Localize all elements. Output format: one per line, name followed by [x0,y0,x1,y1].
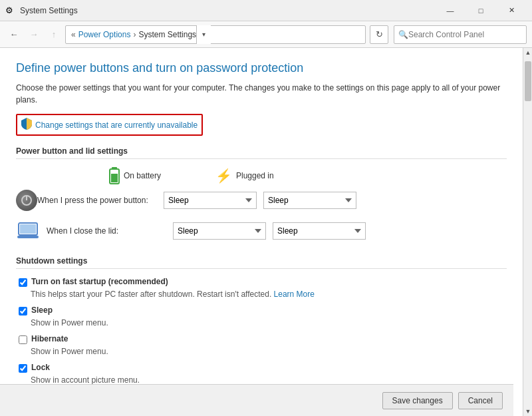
svg-rect-6 [20,224,36,234]
breadcrumb-root: « [71,30,76,39]
fast-startup-checkbox[interactable] [19,278,27,287]
power-button-label: When I press the power button: [37,196,164,205]
plug-icon: ⚡ [215,168,232,184]
power-button-row: When I press the power button: Sleep Do … [16,190,507,211]
power-button-icon [16,190,37,211]
fast-startup-row: Turn on fast startup (recommended) [16,277,507,287]
sleep-label: Sleep [31,306,53,315]
power-icon [21,194,33,206]
breadcrumb-power-options[interactable]: Power Options [78,30,131,39]
plugged-col-header: ⚡ Plugged in [215,168,322,184]
close-button[interactable]: ✕ [496,0,527,21]
sleep-checkbox-row: Sleep [16,306,507,315]
address-bar: ← → ↑ « Power Options › System Settings … [0,21,532,48]
lock-desc: Show in account picture menu. [16,375,507,385]
scroll-down-button[interactable]: ▼ [523,407,532,416]
lock-label: Lock [31,363,50,372]
title-bar: ⚙ System Settings — □ ✕ [0,0,532,21]
refresh-button[interactable]: ↻ [370,25,388,44]
hibernate-checkbox[interactable] [19,335,27,344]
battery-icon [109,167,120,184]
search-icon: 🔍 [398,30,408,39]
forward-button[interactable]: → [25,26,43,43]
sleep-desc: Show in Power menu. [16,318,507,327]
breadcrumb-separator: › [133,30,136,39]
main-layout: Define power buttons and turn on passwor… [0,48,532,416]
address-chevron-button[interactable]: ▾ [196,25,211,44]
hibernate-label: Hibernate [31,334,68,343]
up-button[interactable]: ↑ [45,26,63,43]
lid-battery-select[interactable]: Sleep Do nothing Hibernate Shut down Tur… [173,222,266,240]
battery-col-label: On battery [124,171,161,180]
lid-label: When I close the lid: [47,226,173,236]
learn-more-link[interactable]: Learn More [274,290,315,299]
power-table-header: On battery ⚡ Plugged in [16,167,507,184]
breadcrumb-current: System Settings [138,30,196,39]
svg-rect-7 [17,236,39,238]
change-settings-link[interactable]: Change settings that are currently unava… [16,114,203,136]
change-settings-text: Change settings that are currently unava… [35,120,198,130]
title-bar-controls: — □ ✕ [435,0,527,21]
scroll-up-button[interactable]: ▲ [523,48,532,57]
page-title: Define power buttons and turn on passwor… [16,61,507,75]
search-box: 🔍 [394,25,527,44]
minimize-button[interactable]: — [435,0,466,21]
sleep-checkbox[interactable] [19,307,27,315]
power-button-plugged-select[interactable]: Sleep Do nothing Hibernate Shut down Tur… [263,192,356,209]
page-description: Choose the power settings that you want … [16,82,507,106]
scrollbar: ▲ ▼ [523,48,532,416]
battery-col-header: On battery [109,167,215,184]
lid-plugged-select[interactable]: Sleep Do nothing Hibernate Shut down Tur… [273,222,366,240]
lid-row: When I close the lid: Sleep Do nothing H… [16,219,507,243]
fast-startup-desc: This helps start your PC faster after sh… [16,290,507,299]
shutdown-section: Shutdown settings Turn on fast startup (… [16,256,507,385]
shutdown-section-title: Shutdown settings [16,256,507,269]
bottom-bar: Save changes Cancel [0,384,513,416]
back-button[interactable]: ← [5,26,23,43]
power-settings-table: On battery ⚡ Plugged in When I press the… [16,167,507,243]
content-area: Define power buttons and turn on passwor… [0,48,523,416]
hibernate-checkbox-row: Hibernate [16,334,507,344]
cancel-button[interactable]: Cancel [458,392,503,409]
address-path: « Power Options › System Settings ▾ [65,25,366,44]
fast-startup-label: Turn on fast startup (recommended) [31,277,168,286]
window-icon: ⚙ [5,5,16,16]
plugged-col-label: Plugged in [236,171,274,180]
scrollbar-thumb[interactable] [525,61,531,101]
power-section-title: Power button and lid settings [16,146,507,159]
lock-checkbox-row: Lock [16,363,507,373]
window-title: System Settings [20,6,435,15]
lid-icon [16,219,40,243]
search-input[interactable] [408,30,522,39]
laptop-icon [17,222,39,240]
lock-checkbox[interactable] [19,364,27,373]
power-button-battery-select[interactable]: Sleep Do nothing Hibernate Shut down Tur… [164,192,257,209]
hibernate-desc: Show in Power menu. [16,347,507,356]
save-button[interactable]: Save changes [382,392,453,409]
svg-rect-2 [111,174,118,182]
maximize-button[interactable]: □ [466,0,496,21]
uac-shield-icon [21,118,32,132]
